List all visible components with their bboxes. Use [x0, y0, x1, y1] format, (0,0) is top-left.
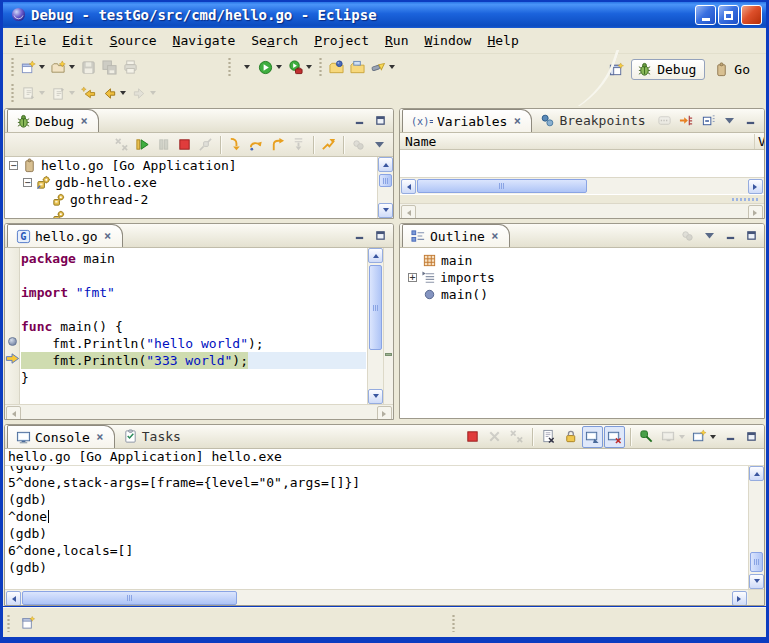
step-into-button[interactable]: [225, 134, 246, 156]
menu-project[interactable]: Project: [306, 30, 377, 51]
collapse-all-button[interactable]: [698, 110, 719, 132]
editor-marker-ruler[interactable]: [5, 248, 20, 404]
instruction-pointer-icon[interactable]: [5, 351, 20, 366]
dropdown-arrow-icon[interactable]: [306, 65, 312, 69]
dropdown-arrow-icon[interactable]: [120, 91, 126, 95]
editor-overview-ruler[interactable]: [383, 248, 393, 404]
maximize-view-button[interactable]: [370, 225, 390, 247]
maximize-view-button[interactable]: [370, 110, 390, 132]
editor-vertical-scrollbar[interactable]: [367, 248, 383, 404]
tab-debug[interactable]: Debug: [7, 109, 99, 132]
new-wizard-button[interactable]: [18, 56, 48, 78]
code-line[interactable]: func main() {: [21, 318, 366, 335]
scroll-down-button[interactable]: [749, 574, 764, 589]
tab-breakpoints[interactable]: Breakpoints: [532, 109, 653, 132]
add-variables-button[interactable]: [676, 110, 697, 132]
window-maximize-button[interactable]: [718, 5, 739, 25]
close-icon[interactable]: [489, 230, 501, 242]
menu-navigate[interactable]: Navigate: [165, 30, 244, 51]
open-folder-button[interactable]: [347, 56, 368, 78]
console-horizontal-scrollbar[interactable]: [5, 589, 764, 606]
debug-button[interactable]: [235, 56, 255, 78]
close-icon[interactable]: [511, 115, 523, 127]
tab-console[interactable]: Console: [7, 425, 115, 448]
external-tools-button[interactable]: [285, 56, 315, 78]
ruler-row[interactable]: [5, 333, 19, 350]
minimize-view-button[interactable]: [741, 110, 761, 132]
open-resource-button[interactable]: [326, 56, 347, 78]
use-step-filters-button[interactable]: [318, 134, 339, 156]
scroll-lock-button[interactable]: [560, 426, 581, 448]
scrollbar-thumb[interactable]: [369, 265, 382, 350]
last-edit-location-button[interactable]: [78, 82, 99, 104]
scrollbar-thumb[interactable]: [417, 179, 587, 193]
scroll-left-button[interactable]: [6, 591, 21, 606]
minimize-view-button[interactable]: [720, 225, 740, 247]
ruler-row[interactable]: [5, 367, 19, 384]
dropdown-arrow-icon[interactable]: [150, 91, 156, 95]
tab-variables[interactable]: (x)= Variables: [402, 109, 532, 132]
code-line[interactable]: [21, 267, 366, 284]
scroll-right-button[interactable]: [748, 179, 763, 194]
dropdown-arrow-icon[interactable]: [276, 65, 282, 69]
dropdown-arrow-icon[interactable]: [244, 65, 250, 69]
dropdown-arrow-icon[interactable]: [69, 65, 75, 69]
dropdown-arrow-icon[interactable]: [679, 435, 685, 439]
search-button[interactable]: [368, 56, 398, 78]
maximize-view-button[interactable]: [762, 110, 765, 132]
overview-annotation[interactable]: [385, 353, 392, 356]
close-icon[interactable]: [94, 431, 106, 443]
code-line[interactable]: }: [21, 369, 366, 386]
code-line[interactable]: import "fmt": [21, 284, 366, 301]
ruler-row[interactable]: [5, 282, 19, 299]
scroll-up-button[interactable]: [368, 248, 383, 263]
dropdown-arrow-icon[interactable]: [710, 435, 716, 439]
scroll-down-button[interactable]: [368, 389, 383, 404]
terminate-button[interactable]: [462, 426, 483, 448]
code-editor[interactable]: package mainimport "fmt"func main() { fm…: [21, 248, 366, 404]
scroll-right-button[interactable]: [732, 591, 747, 606]
open-console-button[interactable]: [689, 426, 719, 448]
debug-vertical-scrollbar[interactable]: [377, 157, 393, 218]
tree-row[interactable]: main: [404, 252, 764, 269]
variables-column-headers[interactable]: Name V: [400, 133, 764, 150]
expander-minus-icon[interactable]: −: [23, 178, 32, 187]
ruler-row[interactable]: [5, 299, 19, 316]
back-button[interactable]: [99, 82, 129, 104]
pin-console-button[interactable]: [636, 426, 657, 448]
code-line[interactable]: [21, 301, 366, 318]
tree-row[interactable]: main(): [404, 286, 764, 303]
tree-row[interactable]: −gdb-hello.exe: [5, 174, 377, 191]
menu-window[interactable]: Window: [416, 30, 479, 51]
menu-source[interactable]: Source: [102, 30, 165, 51]
menu-search[interactable]: Search: [243, 30, 306, 51]
breakpoint-marker-icon[interactable]: [8, 337, 17, 346]
show-stderr-button[interactable]: [604, 426, 625, 448]
scroll-up-button[interactable]: [749, 466, 764, 481]
tab-tasks[interactable]: Tasks: [115, 425, 189, 448]
ruler-row[interactable]: [5, 265, 19, 282]
variables-table-empty[interactable]: [400, 150, 764, 177]
maximize-view-button[interactable]: [741, 225, 761, 247]
new-project-button[interactable]: [48, 56, 78, 78]
perspective-go[interactable]: Go: [709, 60, 758, 79]
run-button[interactable]: [255, 56, 285, 78]
resume-button[interactable]: [132, 134, 153, 156]
column-header-name[interactable]: Name: [400, 134, 754, 149]
fast-view-button[interactable]: [18, 612, 39, 634]
dropdown-arrow-icon[interactable]: [69, 91, 75, 95]
code-line[interactable]: fmt.Println("hello world");: [21, 335, 366, 352]
scroll-down-button[interactable]: [378, 203, 393, 218]
tree-row[interactable]: [5, 208, 377, 218]
close-icon[interactable]: [78, 115, 90, 127]
menu-edit[interactable]: Edit: [54, 30, 101, 51]
window-close-button[interactable]: [741, 5, 762, 25]
minimize-view-button[interactable]: [349, 225, 369, 247]
code-line[interactable]: package main: [21, 250, 366, 267]
ruler-row[interactable]: [5, 350, 19, 367]
menu-file[interactable]: File: [7, 30, 54, 51]
tab-hello-go[interactable]: G hello.go: [7, 224, 123, 247]
dropdown-arrow-icon[interactable]: [39, 91, 45, 95]
tree-row[interactable]: gothread-2: [5, 191, 377, 208]
terminate-button[interactable]: [174, 134, 195, 156]
